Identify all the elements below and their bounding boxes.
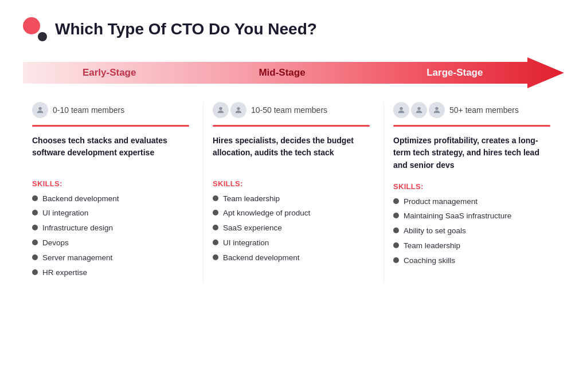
skill-item: UI integration [32,208,189,219]
skill-item: SaaS experience [213,223,370,234]
divider-large [393,125,550,127]
logo-circle-big [23,17,40,34]
divider-mid [213,125,370,127]
skill-item: UI integration [213,238,370,249]
svg-point-2 [219,107,222,110]
person-icon-2 [230,102,246,118]
stage-label-large: Large-Stage [426,67,483,78]
svg-point-6 [435,107,438,110]
logo-icon [23,17,47,41]
team-count-early: 0-10 team members [53,105,124,115]
skill-item: Infrastructure design [32,223,189,234]
columns-container: 0-10 team members Chooses tech stacks an… [23,102,564,283]
description-early: Chooses tech stacks and evaluates softwa… [32,135,189,169]
skills-label-large: SKILLS: [393,182,550,191]
person-icon-2 [411,102,427,118]
svg-point-1 [38,107,41,110]
skills-label-early: SKILLS: [32,179,189,188]
skill-item: Product management [393,197,550,207]
team-count-mid: 10-50 team members [251,105,327,115]
svg-point-5 [417,107,420,110]
team-info-mid: 10-50 team members [213,102,370,118]
skill-item: Coaching skills [393,256,550,266]
svg-point-4 [400,107,402,110]
team-info-early: 0-10 team members [32,102,189,118]
page-header: Which Type Of CTO Do You Need? [23,17,564,41]
skills-label-mid: SKILLS: [213,179,370,188]
skill-item: Maintaining SaaS infrastructure [393,211,550,222]
person-icon-1 [32,102,48,118]
person-icon-3 [429,102,445,118]
description-large: Optimizes profitability, creates a long-… [393,135,550,172]
skill-item: Ability to set goals [393,226,550,237]
page-title: Which Type Of CTO Do You Need? [55,20,317,38]
team-count-large: 50+ team members [449,105,519,115]
skill-list-mid: Team leadership Apt knowledge of product… [213,194,370,264]
skill-item: Backend development [213,253,370,264]
column-early: 0-10 team members Chooses tech stacks an… [23,102,204,283]
arrow-banner: Early-Stage Mid-Stage Large-Stage [23,57,564,88]
person-icon-1 [213,102,229,118]
logo-circle-small [38,32,47,41]
person-icons-large [393,102,445,118]
skill-item: Team leadership [393,241,550,252]
divider-early [32,125,189,127]
skill-item: Team leadership [213,194,370,205]
description-mid: Hires specialists, decides the budget al… [213,135,370,169]
stage-label-early: Early-Stage [83,67,136,78]
column-large: 50+ team members Optimizes profitability… [384,102,564,283]
person-icons-early [32,102,48,118]
skill-item: Server management [32,253,189,264]
svg-point-3 [237,107,240,110]
person-icons-mid [213,102,246,118]
column-mid: 10-50 team members Hires specialists, de… [204,102,384,283]
person-icon-1 [393,102,409,118]
team-info-large: 50+ team members [393,102,550,118]
skill-item: Devops [32,238,189,249]
skill-item: Backend development [32,194,189,205]
skill-list-early: Backend development UI integration Infra… [32,194,189,279]
skill-list-large: Product management Maintaining SaaS infr… [393,197,550,266]
skill-item: HR expertise [32,268,189,279]
stage-label-mid: Mid-Stage [259,67,305,78]
skill-item: Apt knowledge of product [213,208,370,219]
